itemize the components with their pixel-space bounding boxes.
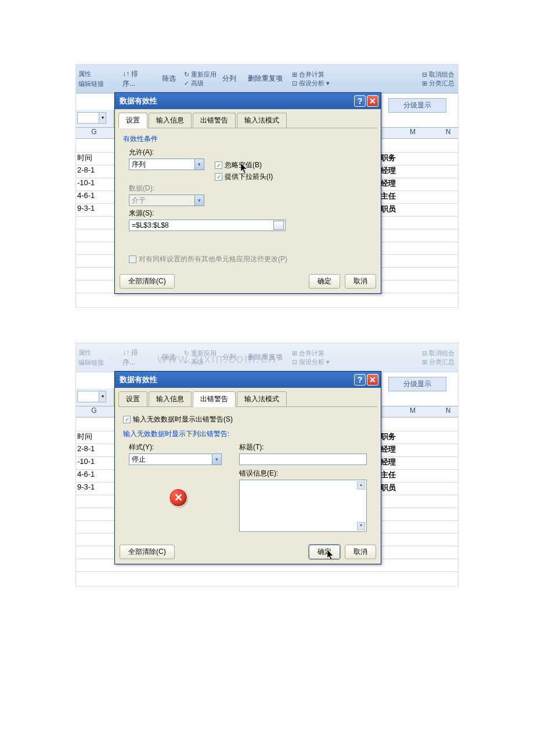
ribbon-advanced[interactable]: ✓ 高级 [184, 79, 217, 88]
source-input[interactable]: =$L$3:$L$8 [129, 219, 286, 231]
ribbon-edit-links[interactable]: 编辑链接 [78, 358, 117, 368]
cell-date-1[interactable]: 2-8-1 [77, 444, 116, 453]
ribbon-reapply[interactable]: ↻ 重新应用 [184, 349, 217, 358]
cell-position-header[interactable]: 职务 [381, 431, 416, 442]
ribbon-sort[interactable]: ↓↑ 排序... [119, 68, 154, 90]
data-validation-dialog: 数据有效性 ? ✕ 设置 输入信息 出错警告 输入法模式 ✓ 输入无效数据时显示… [114, 371, 381, 564]
cell-pos-4[interactable]: 职员 [381, 483, 416, 493]
style-dropdown[interactable]: 停止 ▾ [129, 453, 222, 465]
screenshot-1-settings-tab: 属性 编辑链接 ↓↑ 排序... 筛选 ↻ 重新应用 ✓ 高级 分列 删除重复项… [75, 64, 459, 308]
ribbon-text-to-columns[interactable]: 分列 [219, 351, 240, 363]
title-input[interactable] [239, 453, 367, 465]
column-header-n[interactable]: N [439, 128, 457, 136]
name-box[interactable]: ▾ [77, 391, 106, 402]
ribbon-edit-links[interactable]: 编辑链接 [78, 79, 117, 89]
cell-date-4[interactable]: 9-3-1 [77, 204, 116, 213]
tab-input-message[interactable]: 输入信息 [149, 391, 192, 406]
show-error-alert-checkbox[interactable]: ✓ 输入无效数据时显示出错警告(S) [123, 415, 373, 424]
tab-error-alert[interactable]: 出错警告 [193, 391, 236, 407]
dialog-button-row: 全部清除(C) 确定 取消 [115, 540, 381, 564]
close-button-icon[interactable]: ✕ [367, 95, 378, 107]
help-button-icon[interactable]: ? [354, 374, 366, 386]
checkbox-unchecked-icon [129, 255, 136, 263]
dialog-titlebar[interactable]: 数据有效性 ? ✕ [115, 372, 381, 388]
help-button-icon[interactable]: ? [354, 95, 366, 107]
cancel-button[interactable]: 取消 [345, 274, 376, 289]
dropdown-arrow-checkbox[interactable]: ✓ 提供下拉箭头(I) [215, 172, 273, 182]
ribbon-ungroup[interactable]: ⊟ 取消组合 [422, 70, 454, 79]
ribbon-filter[interactable]: 筛选 [158, 351, 182, 363]
tab-input-message[interactable]: 输入信息 [149, 113, 192, 128]
cell-time-header[interactable]: 时间 [77, 153, 116, 163]
cell-pos-2[interactable]: 经理 [381, 457, 416, 467]
allow-dropdown[interactable]: 序列 ▾ [129, 159, 204, 170]
name-box-dropdown-icon[interactable]: ▾ [99, 391, 106, 402]
ok-button[interactable]: 确定 [309, 274, 340, 289]
name-box-dropdown-icon[interactable]: ▾ [99, 113, 106, 123]
ribbon-filter[interactable]: 筛选 [158, 73, 182, 85]
cell-pos-3[interactable]: 主任 [381, 191, 416, 201]
chevron-down-icon[interactable]: ▾ [212, 454, 221, 465]
chevron-down-icon: ▾ [194, 195, 204, 206]
dialog-titlebar[interactable]: 数据有效性 ? ✕ [115, 93, 381, 109]
ribbon-recalc[interactable]: ⊞ 合并计算 [292, 70, 330, 79]
ribbon-what-if[interactable]: ⊡ 假设分析 ▾ [292, 79, 330, 88]
scroll-down-icon[interactable]: ▾ [357, 522, 365, 530]
clear-all-button[interactable]: 全部清除(C) [120, 274, 175, 289]
ribbon-what-if[interactable]: ⊡ 假设分析 ▾ [292, 358, 330, 366]
ok-button[interactable]: 确定 [309, 545, 340, 559]
ribbon-subtotal[interactable]: ⊞ 分类汇总 [422, 358, 454, 366]
tab-settings[interactable]: 设置 [118, 113, 147, 128]
column-header-g[interactable]: G [80, 406, 109, 415]
ribbon-properties[interactable]: 属性 [78, 69, 117, 79]
ribbon-subtotal[interactable]: ⊞ 分类汇总 [422, 79, 454, 88]
cell-time-header[interactable]: 时间 [77, 431, 116, 442]
chevron-down-icon[interactable]: ▾ [194, 159, 204, 170]
column-header-g[interactable]: G [80, 128, 109, 136]
clear-all-button[interactable]: 全部清除(C) [120, 545, 175, 559]
column-header-m[interactable]: M [401, 406, 424, 415]
ribbon-remove-duplicates[interactable]: 删除重复项 [244, 351, 286, 363]
checkbox-checked-icon: ✓ [123, 416, 131, 423]
cell-position-header[interactable]: 职务 [381, 153, 416, 163]
ribbon-remove-duplicates[interactable]: 删除重复项 [244, 73, 286, 85]
cell-pos-1[interactable]: 经理 [381, 165, 416, 176]
cell-pos-4[interactable]: 职员 [381, 204, 416, 214]
cell-date-1[interactable]: 2-8-1 [77, 165, 116, 174]
ribbon-properties[interactable]: 属性 [78, 348, 117, 358]
scroll-up-icon[interactable]: ▴ [357, 481, 365, 489]
cell-date-2[interactable]: -10-1 [77, 457, 116, 466]
close-button-icon[interactable]: ✕ [367, 374, 378, 386]
cell-pos-3[interactable]: 主任 [381, 470, 416, 480]
cell-date-4[interactable]: 9-3-1 [77, 483, 116, 491]
ribbon-sort[interactable]: ↓↑ 排序... [119, 347, 154, 369]
ignore-blank-checkbox[interactable]: ✓ 忽略空值(B) [215, 160, 273, 170]
checkbox-checked-icon: ✓ [215, 161, 222, 169]
ribbon-advanced[interactable]: ✓ 高级 [184, 358, 217, 366]
cell-date-2[interactable]: -10-1 [77, 178, 116, 187]
ribbon-reapply[interactable]: ↻ 重新应用 [184, 70, 217, 79]
tab-settings[interactable]: 设置 [118, 391, 147, 406]
error-message-textarea[interactable]: ▴ ▾ [239, 480, 367, 532]
name-box[interactable]: ▾ [77, 112, 106, 124]
cell-date-3[interactable]: 4-6-1 [77, 470, 116, 478]
range-selector-icon[interactable] [273, 221, 284, 230]
cell-pos-1[interactable]: 经理 [381, 444, 416, 455]
ribbon-ungroup[interactable]: ⊟ 取消组合 [422, 349, 454, 358]
cell-date-3[interactable]: 4-6-1 [77, 191, 116, 200]
style-label: 样式(Y): [129, 442, 228, 452]
tab-ime-mode[interactable]: 输入法模式 [237, 113, 287, 128]
ribbon-text-to-columns[interactable]: 分列 [219, 73, 240, 85]
cancel-button[interactable]: 取消 [345, 545, 376, 559]
column-header-m[interactable]: M [401, 128, 424, 136]
cell-pos-2[interactable]: 经理 [381, 178, 416, 189]
tab-error-alert[interactable]: 出错警告 [193, 113, 236, 128]
data-validation-dialog: 数据有效性 ? ✕ 设置 输入信息 出错警告 输入法模式 有效性条件 允许(A)… [114, 92, 381, 294]
ribbon-recalc[interactable]: ⊞ 合并计算 [292, 349, 330, 358]
title-label: 标题(T): [239, 442, 373, 452]
column-header-n[interactable]: N [439, 406, 457, 415]
tab-ime-mode[interactable]: 输入法模式 [237, 391, 287, 406]
dialog-button-row: 全部清除(C) 确定 取消 [115, 269, 381, 293]
dialog-tabs: 设置 输入信息 出错警告 输入法模式 [115, 388, 381, 406]
allow-label: 允许(A): [129, 147, 373, 157]
